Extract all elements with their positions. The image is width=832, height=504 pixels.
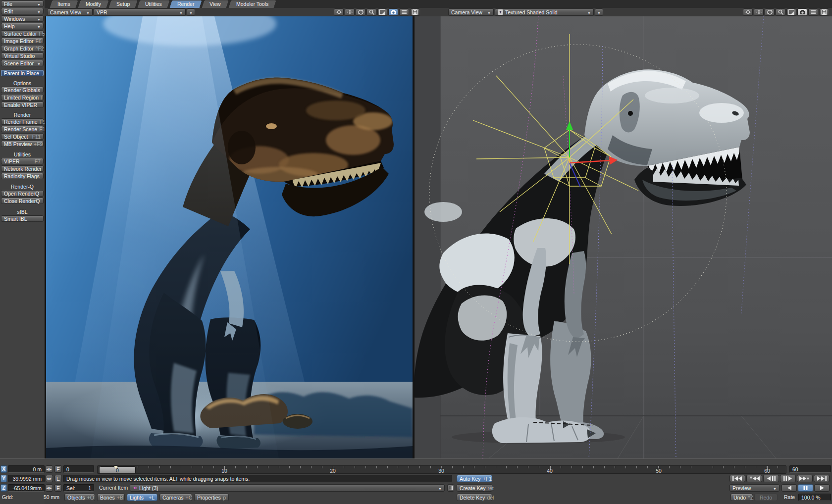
timeline-ruler[interactable]: 0 0 10 20 30 40 50 60 (97, 465, 786, 474)
save-view-icon[interactable] (410, 8, 420, 16)
ruler-label: 60 (764, 468, 770, 474)
objects-button[interactable]: Objects+O (64, 494, 95, 501)
image-editor-button[interactable]: Image EditorF6 (1, 38, 44, 44)
x-stepper[interactable] (46, 465, 53, 473)
z-envelope-button[interactable]: E (54, 484, 62, 492)
rate-field[interactable]: 100.0 % (798, 494, 831, 501)
rate-label: Rate (784, 494, 795, 501)
play-forward-icon[interactable] (814, 484, 830, 492)
minmax-icon[interactable] (377, 8, 387, 16)
z-axis-badge[interactable]: Z (0, 484, 7, 492)
render-frame-button[interactable]: Render FrameF9 (1, 118, 44, 125)
menu-edit[interactable]: Edit (1, 8, 44, 14)
prev-key-icon[interactable] (746, 475, 762, 482)
limited-region-button[interactable]: Limited Regionl (1, 94, 44, 101)
rotate-view-icon[interactable] (356, 8, 365, 16)
grid-label: Grid: (2, 494, 13, 501)
sel-object-button[interactable]: Sel ObjectF11 (1, 133, 44, 140)
radiosity-flags-button[interactable]: Radiosity Flags (1, 173, 44, 179)
y-position-field[interactable]: 39.9992 mm (8, 475, 45, 482)
redo-button[interactable]: Redo (754, 494, 778, 501)
right-viewport-options-dropdown[interactable] (595, 8, 603, 16)
center-item-icon[interactable] (743, 8, 753, 16)
y-envelope-button[interactable]: E (54, 475, 62, 482)
viewport-right-shaded-canvas[interactable] (415, 16, 832, 458)
tab-view[interactable]: View (202, 0, 229, 8)
open-renderq-button[interactable]: Open RenderQ (1, 190, 44, 197)
save-view-icon[interactable] (819, 8, 829, 16)
menu-icon[interactable] (808, 8, 818, 16)
center-item-icon[interactable] (334, 8, 344, 16)
go-end-icon[interactable] (814, 475, 830, 482)
smart-ibl-button[interactable]: Smart IBL (1, 215, 44, 222)
create-key-button[interactable]: Create Keyret (457, 484, 492, 492)
zoom-view-icon[interactable] (366, 8, 376, 16)
go-start-icon[interactable] (729, 475, 745, 482)
tab-render[interactable]: Render (169, 0, 203, 8)
mb-preview-button[interactable]: MB Preview+F9 (1, 141, 44, 147)
rotate-view-icon[interactable] (765, 8, 775, 16)
camera-icon[interactable] (797, 8, 807, 16)
surface-editor-button[interactable]: Surface EditorF5 (1, 30, 44, 37)
bones-button[interactable]: Bones+B (97, 494, 125, 501)
right-render-mode-dropdown[interactable]: TTextured Shaded Solid (495, 8, 594, 16)
tab-utilities[interactable]: Utilities (137, 0, 170, 8)
pause-icon[interactable] (798, 484, 813, 492)
item-properties-panel-icon[interactable] (447, 484, 454, 492)
right-view-type-dropdown[interactable]: Camera View (448, 8, 494, 16)
menu-icon[interactable] (399, 8, 409, 16)
y-axis-badge[interactable]: Y (0, 475, 7, 482)
left-viewport-options-dropdown[interactable] (187, 8, 195, 16)
pan-view-icon[interactable] (345, 8, 355, 16)
close-renderq-button[interactable]: Close RenderQ (1, 198, 44, 204)
menu-file[interactable]: File (1, 0, 44, 7)
next-key-icon[interactable] (797, 475, 813, 482)
menu-help[interactable]: Help (1, 23, 44, 29)
viper-button[interactable]: VIPERF7 (1, 158, 44, 164)
virtual-studio-button[interactable]: Virtual Studio (1, 52, 44, 59)
right-viewport-controls: Camera View TTextured Shaded Solid (448, 8, 603, 16)
left-view-type-dropdown[interactable]: Camera View (47, 8, 93, 16)
x-axis-badge[interactable]: X (0, 465, 7, 473)
auto-key-button[interactable]: Auto Key+F1 (457, 475, 492, 482)
viewport-left-vpr-canvas[interactable] (46, 16, 413, 458)
end-frame-field[interactable]: 60 (789, 465, 831, 473)
current-item-dropdown[interactable]: Light (3) (130, 484, 445, 492)
parent-in-place-button[interactable]: Parent in Place (1, 70, 44, 76)
vpr-render-scene (46, 16, 413, 458)
menu-windows[interactable]: Windows (1, 15, 44, 22)
render-scene-button[interactable]: Render SceneF10 (1, 126, 44, 132)
undo-button[interactable]: Undo^Z (730, 494, 753, 501)
z-position-field[interactable]: -65.0419mm (8, 484, 45, 492)
zoom-view-icon[interactable] (776, 8, 785, 16)
delete-key-button[interactable]: Delete Keydel (457, 494, 492, 501)
play-reverse-icon[interactable] (781, 484, 797, 492)
x-envelope-button[interactable]: E (54, 465, 62, 473)
properties-button[interactable]: Propertiesp (194, 494, 229, 501)
panel-divider (0, 458, 832, 465)
pan-view-icon[interactable] (754, 8, 764, 16)
render-globals-button[interactable]: Render Globals (1, 87, 44, 93)
enable-viper-button[interactable]: Enable VIPER (1, 101, 44, 108)
cameras-button[interactable]: Cameras+C (159, 494, 192, 501)
y-stepper[interactable] (46, 475, 53, 482)
z-stepper[interactable] (46, 484, 53, 492)
ruler-label: 40 (547, 468, 553, 474)
lights-button[interactable]: Lights+L (127, 494, 157, 501)
x-position-field[interactable]: 0 m (8, 465, 45, 473)
preview-dropdown[interactable]: Preview (729, 484, 780, 492)
network-render-button[interactable]: Network Render (1, 165, 44, 172)
camera-icon[interactable] (388, 8, 398, 16)
tab-items[interactable]: Items (49, 0, 78, 8)
prev-frame-icon[interactable] (763, 475, 779, 482)
current-frame-field[interactable]: 0 (63, 465, 94, 473)
left-render-mode-dropdown[interactable]: VPR (94, 8, 186, 16)
graph-editor-button[interactable]: Graph Editor^F2 (1, 45, 44, 51)
minmax-icon[interactable] (786, 8, 796, 16)
tab-modify[interactable]: Modify (77, 0, 109, 8)
chevron-down-icon (37, 23, 41, 29)
next-frame-icon[interactable] (780, 475, 796, 482)
tab-setup[interactable]: Setup (108, 0, 138, 8)
scene-editor-button[interactable]: Scene Editor (1, 60, 44, 66)
tab-modeler-tools[interactable]: Modeler Tools (228, 0, 277, 8)
